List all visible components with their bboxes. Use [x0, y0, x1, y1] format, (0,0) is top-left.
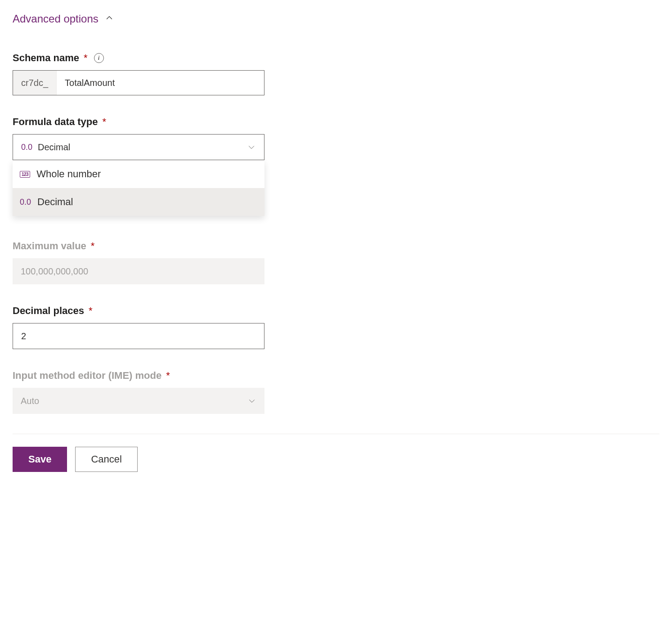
ime-mode-label-text: Input method editor (IME) mode: [13, 370, 161, 382]
formula-data-type-select[interactable]: 0.0 Decimal: [13, 134, 264, 160]
formula-data-type-selected: 0.0 Decimal: [21, 142, 70, 153]
decimal-places-label-text: Decimal places: [13, 305, 84, 317]
formula-data-type-label: Formula data type *: [13, 116, 264, 128]
advanced-options-toggle[interactable]: Advanced options: [13, 13, 659, 25]
maximum-value-label: Maximum value *: [13, 240, 264, 252]
required-asterisk: *: [91, 240, 95, 252]
schema-name-label-text: Schema name: [13, 52, 79, 64]
ime-mode-label: Input method editor (IME) mode *: [13, 370, 264, 382]
maximum-value-value: 100,000,000,000: [21, 266, 88, 277]
required-asterisk: *: [89, 305, 93, 317]
maximum-value-label-text: Maximum value: [13, 240, 86, 252]
chevron-down-icon: [247, 143, 256, 152]
required-asterisk: *: [166, 370, 170, 382]
schema-name-input-wrapper: cr7dc_: [13, 70, 264, 95]
schema-name-label: Schema name * i: [13, 52, 264, 64]
schema-name-prefix: cr7dc_: [13, 71, 57, 95]
dropdown-option-decimal[interactable]: 0.0 Decimal: [13, 188, 264, 216]
info-icon[interactable]: i: [94, 53, 104, 63]
required-asterisk: *: [102, 116, 106, 128]
dropdown-option-whole-number[interactable]: 123 Whole number: [13, 160, 264, 188]
ime-mode-field: Input method editor (IME) mode * Auto: [13, 370, 264, 414]
required-asterisk: *: [84, 52, 88, 64]
maximum-value-input: 100,000,000,000: [13, 258, 264, 284]
decimal-places-field: Decimal places *: [13, 305, 264, 349]
advanced-options-label: Advanced options: [13, 13, 99, 25]
ime-mode-value: Auto: [21, 396, 39, 406]
chevron-down-icon: [247, 396, 256, 405]
maximum-value-field: Maximum value * 100,000,000,000: [13, 240, 264, 284]
cancel-button[interactable]: Cancel: [75, 447, 137, 472]
formula-data-type-selected-label: Decimal: [38, 142, 70, 153]
save-button[interactable]: Save: [13, 447, 67, 472]
decimal-places-input[interactable]: [13, 323, 264, 349]
decimal-icon: 0.0: [21, 143, 32, 152]
footer: Save Cancel: [13, 434, 659, 472]
decimal-icon: 0.0: [20, 198, 31, 207]
dropdown-option-label: Whole number: [36, 168, 101, 180]
dropdown-option-label: Decimal: [37, 196, 73, 208]
formula-data-type-dropdown: 123 Whole number 0.0 Decimal: [13, 160, 264, 216]
schema-name-input[interactable]: [57, 71, 264, 95]
formula-data-type-field: Formula data type * 0.0 Decimal 123 Whol…: [13, 116, 264, 216]
formula-data-type-label-text: Formula data type: [13, 116, 98, 128]
schema-name-field: Schema name * i cr7dc_: [13, 52, 264, 95]
ime-mode-select: Auto: [13, 388, 264, 414]
decimal-places-label: Decimal places *: [13, 305, 264, 317]
chevron-up-icon: [105, 13, 114, 25]
whole-number-icon: 123: [20, 171, 30, 178]
